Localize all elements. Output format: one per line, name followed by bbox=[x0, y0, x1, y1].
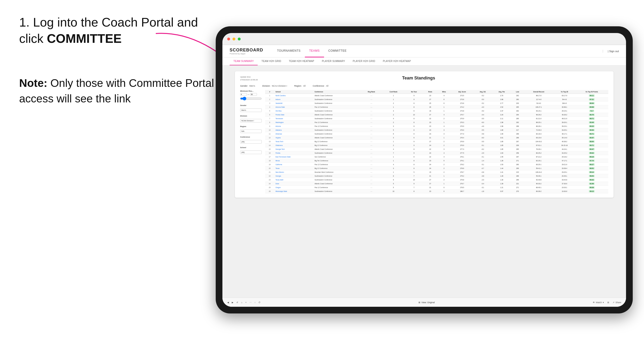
table-row: 13 Texas Tech Big 12 Conference — 1 9 27… bbox=[265, 140, 608, 144]
cell-school[interactable]: Alabama bbox=[274, 128, 313, 132]
cell-adj-score: 275.7 bbox=[451, 113, 473, 117]
cell-avg-sg: -3.1 bbox=[473, 186, 492, 189]
cell-no-tour: 8 bbox=[405, 189, 423, 193]
cell-conf-rank: 2 bbox=[382, 101, 405, 105]
cell-school[interactable]: Duke bbox=[274, 182, 313, 186]
share-button[interactable]: ↗ Share bbox=[612, 301, 621, 304]
cell-vs25: 29-18-2 bbox=[554, 155, 575, 159]
note-content: Only those with Committee Portal access … bbox=[19, 77, 214, 105]
cell-school[interactable]: Illinois bbox=[274, 159, 313, 163]
cell-avg-sg: -2.9 bbox=[473, 151, 492, 155]
nav-item-tournaments[interactable]: TOURNAMENTS bbox=[273, 45, 305, 57]
cell-school[interactable]: Virginia bbox=[274, 136, 313, 140]
cell-school[interactable]: Texas A&M bbox=[274, 178, 313, 182]
share-icon: ↗ bbox=[612, 301, 614, 304]
cell-school[interactable]: Vanderbilt bbox=[274, 101, 313, 105]
toolbar-forward-icon[interactable]: ▶ bbox=[232, 301, 234, 304]
cell-school[interactable]: Oklahoma bbox=[274, 144, 313, 147]
cell-school[interactable]: Texas bbox=[274, 167, 313, 170]
cell-school[interactable]: Georgia bbox=[274, 174, 313, 178]
cell-school[interactable]: North Carolina bbox=[274, 94, 313, 98]
cell-no-tour: 8 bbox=[405, 132, 423, 136]
sub-nav-team-h2h-heatmap[interactable]: TEAM H2H HEATMAP bbox=[285, 57, 318, 65]
cell-vs25: 35-14-0 bbox=[554, 136, 575, 140]
gender-label: Gender: bbox=[240, 85, 248, 87]
cell-vs25: 48-21-0 bbox=[554, 117, 575, 121]
cell-low: 260 bbox=[512, 163, 524, 167]
toolbar-clock-icon[interactable]: ⏱ bbox=[258, 301, 260, 304]
toolbar-home-icon[interactable]: ⌂ bbox=[241, 301, 242, 304]
min-rounds-min-input[interactable] bbox=[240, 93, 247, 96]
sign-out-link[interactable]: | Sign out bbox=[603, 50, 619, 53]
sub-nav-player-h2h-grid[interactable]: PLAYER H2H GRID bbox=[349, 57, 379, 65]
cell-rnds: 22 bbox=[423, 147, 438, 151]
cell-reg-rank: — bbox=[361, 151, 382, 155]
cell-school[interactable]: Florida bbox=[274, 151, 313, 155]
cell-low: 262 bbox=[512, 121, 524, 124]
col-reg-rank: Reg Rank bbox=[361, 90, 382, 94]
cell-school[interactable]: Arizona State bbox=[274, 105, 313, 109]
sub-nav-team-summary[interactable]: TEAM SUMMARY bbox=[230, 57, 258, 65]
cell-reg-rank: — bbox=[361, 132, 382, 136]
cell-points: 60.23 bbox=[575, 124, 608, 128]
cell-conf-rank: 1 bbox=[382, 98, 405, 101]
cell-reg-rank: — bbox=[361, 124, 382, 128]
division-select[interactable]: NCAA Division I bbox=[240, 119, 262, 123]
nav-item-teams[interactable]: TEAMS bbox=[305, 45, 324, 57]
sub-nav-player-h2h-heatmap[interactable]: PLAYER H2H HEATMAP bbox=[379, 57, 415, 65]
cell-rnds: 22 bbox=[423, 117, 438, 121]
cell-school[interactable]: Auburn bbox=[274, 98, 313, 101]
cell-school[interactable]: Ole Miss bbox=[274, 109, 313, 113]
view-original-button[interactable]: ⊞ View: Original bbox=[418, 301, 434, 304]
col-overall: Overall Record bbox=[524, 90, 554, 94]
cell-school[interactable]: California bbox=[274, 163, 313, 167]
cell-points: 68.42 bbox=[575, 178, 608, 182]
school-select[interactable]: (All) bbox=[240, 151, 262, 154]
cell-school[interactable]: East Tennessee State bbox=[274, 155, 313, 159]
min-rounds-max-input[interactable] bbox=[250, 93, 257, 96]
cell-no-tour: 8 bbox=[405, 147, 423, 151]
cell-avg-sg: -5.1 bbox=[473, 163, 492, 167]
table-container: # School Conference Reg Rank Conf Rank N… bbox=[265, 90, 608, 193]
nav-item-committee[interactable]: COMMITTEE bbox=[324, 45, 351, 57]
toolbar-more-icon[interactable]: ⋯ bbox=[250, 301, 252, 304]
sub-nav-team-h2h-grid[interactable]: TEAM H2H GRID bbox=[258, 57, 285, 65]
cell-conference: Atlantic Coast Conference bbox=[313, 182, 361, 186]
cell-school[interactable]: Tennessee bbox=[274, 117, 313, 121]
conference-select[interactable]: (All) bbox=[240, 140, 262, 144]
watch-button[interactable]: 👁 Watch ▾ bbox=[593, 301, 604, 304]
toolbar-refresh-icon[interactable]: ↺ bbox=[236, 301, 238, 304]
cell-points: 58.54 bbox=[575, 174, 608, 178]
cell-adj-score: 273.6 bbox=[451, 101, 473, 105]
sub-nav-player-summary[interactable]: PLAYER SUMMARY bbox=[318, 57, 349, 65]
cell-no-tour: 8 bbox=[405, 117, 423, 121]
toolbar-add-icon[interactable]: + bbox=[245, 301, 246, 304]
cell-school[interactable]: Arkansas bbox=[274, 132, 313, 136]
cell-overall: 97-01-1 bbox=[524, 144, 554, 147]
cell-conf-rank: 1 bbox=[382, 94, 405, 98]
toolbar-share-icon-2[interactable]: ↑ bbox=[254, 301, 256, 304]
cell-avg-par: 1.39 bbox=[492, 182, 512, 186]
cell-low: 258 bbox=[512, 151, 524, 155]
toolbar-back-icon[interactable]: ◀ bbox=[227, 301, 229, 304]
cell-school[interactable]: New Mexico bbox=[274, 170, 313, 174]
note-bold: Note: bbox=[19, 77, 48, 89]
cell-rank: 15 bbox=[265, 147, 274, 151]
region-select[interactable]: N/A bbox=[240, 130, 262, 133]
gender-select[interactable]: Men's bbox=[240, 108, 262, 112]
table-row: 21 New Mexico Mountain West Conference —… bbox=[265, 170, 608, 174]
cell-school[interactable]: Oregon bbox=[274, 186, 313, 189]
grid-button[interactable]: ⊞ bbox=[607, 301, 609, 304]
cell-school[interactable]: Georgia Tech bbox=[274, 147, 313, 151]
cell-school[interactable]: Texas Tech bbox=[274, 140, 313, 144]
cell-school[interactable]: Washington bbox=[274, 121, 313, 124]
min-rounds-slider[interactable] bbox=[240, 97, 262, 101]
cell-adj-score: 278.2 bbox=[451, 163, 473, 167]
cell-low: 268 bbox=[512, 132, 524, 136]
cell-school[interactable]: Mississippi State bbox=[274, 189, 313, 193]
cell-vs25: 33-44-8 bbox=[554, 178, 575, 182]
cell-school[interactable]: Arizona bbox=[274, 124, 313, 128]
cell-low: 268 bbox=[512, 124, 524, 128]
cell-points: 63.49 bbox=[575, 121, 608, 124]
cell-school[interactable]: Florida State bbox=[274, 113, 313, 117]
